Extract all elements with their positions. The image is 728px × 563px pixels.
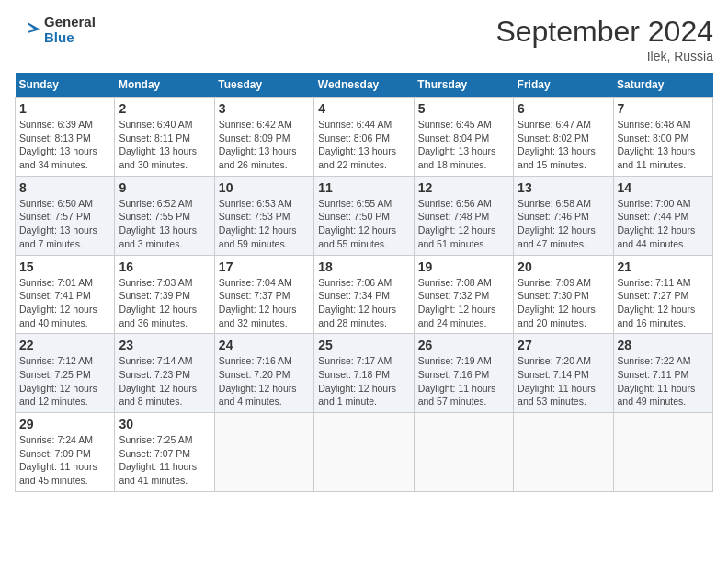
day-number: 20	[518, 259, 609, 274]
day-number: 10	[219, 180, 310, 195]
day-number: 13	[518, 180, 609, 195]
calendar-cell	[514, 413, 613, 492]
day-number: 1	[19, 101, 110, 116]
calendar-cell: 7Sunrise: 6:48 AMSunset: 8:00 PMDaylight…	[613, 98, 712, 177]
month-title: September 2024	[495, 15, 713, 49]
day-info: Sunrise: 6:50 AMSunset: 7:57 PMDaylight:…	[19, 197, 110, 251]
calendar-cell: 3Sunrise: 6:42 AMSunset: 8:09 PMDaylight…	[214, 98, 313, 177]
calendar-cell: 16Sunrise: 7:03 AMSunset: 7:39 PMDayligh…	[115, 255, 214, 334]
day-info: Sunrise: 7:25 AMSunset: 7:07 PMDaylight:…	[119, 433, 210, 488]
calendar-cell	[414, 413, 513, 492]
calendar-cell: 17Sunrise: 7:04 AMSunset: 7:37 PMDayligh…	[214, 255, 313, 334]
day-info: Sunrise: 6:47 AMSunset: 8:02 PMDaylight:…	[518, 118, 609, 172]
day-info: Sunrise: 7:01 AMSunset: 7:41 PMDaylight:…	[19, 276, 110, 330]
day-info: Sunrise: 7:14 AMSunset: 7:23 PMDaylight:…	[119, 354, 210, 408]
day-number: 8	[19, 180, 110, 195]
calendar-cell: 28Sunrise: 7:22 AMSunset: 7:11 PMDayligh…	[613, 334, 712, 413]
calendar-cell: 23Sunrise: 7:14 AMSunset: 7:23 PMDayligh…	[115, 334, 214, 413]
day-info: Sunrise: 7:17 AMSunset: 7:18 PMDaylight:…	[318, 354, 409, 408]
calendar-table: SundayMondayTuesdayWednesdayThursdayFrid…	[15, 73, 713, 492]
day-info: Sunrise: 7:22 AMSunset: 7:11 PMDaylight:…	[618, 354, 709, 408]
weekday-header-tuesday: Tuesday	[214, 73, 313, 98]
calendar-cell: 20Sunrise: 7:09 AMSunset: 7:30 PMDayligh…	[514, 255, 613, 334]
calendar-cell	[314, 413, 414, 492]
calendar-cell: 11Sunrise: 6:55 AMSunset: 7:50 PMDayligh…	[314, 176, 414, 255]
calendar-cell: 15Sunrise: 7:01 AMSunset: 7:41 PMDayligh…	[16, 255, 115, 334]
day-number: 11	[318, 180, 409, 195]
calendar-week-row: 15Sunrise: 7:01 AMSunset: 7:41 PMDayligh…	[16, 255, 713, 334]
calendar-cell	[214, 413, 313, 492]
day-info: Sunrise: 7:00 AMSunset: 7:44 PMDaylight:…	[618, 197, 709, 251]
calendar-cell: 30Sunrise: 7:25 AMSunset: 7:07 PMDayligh…	[115, 413, 214, 492]
day-info: Sunrise: 6:44 AMSunset: 8:06 PMDaylight:…	[318, 118, 409, 172]
calendar-cell: 21Sunrise: 7:11 AMSunset: 7:27 PMDayligh…	[613, 255, 712, 334]
calendar-cell: 14Sunrise: 7:00 AMSunset: 7:44 PMDayligh…	[613, 176, 712, 255]
day-number: 14	[618, 180, 709, 195]
day-info: Sunrise: 7:12 AMSunset: 7:25 PMDaylight:…	[19, 354, 110, 408]
day-number: 24	[219, 338, 310, 352]
calendar-week-row: 29Sunrise: 7:24 AMSunset: 7:09 PMDayligh…	[16, 413, 713, 492]
weekday-header-sunday: Sunday	[16, 73, 115, 98]
day-number: 3	[219, 101, 310, 116]
weekday-header-thursday: Thursday	[414, 73, 513, 98]
calendar-cell: 22Sunrise: 7:12 AMSunset: 7:25 PMDayligh…	[16, 334, 115, 413]
weekday-header-monday: Monday	[115, 73, 214, 98]
day-number: 18	[318, 259, 409, 274]
calendar-cell: 29Sunrise: 7:24 AMSunset: 7:09 PMDayligh…	[16, 413, 115, 492]
day-info: Sunrise: 6:48 AMSunset: 8:00 PMDaylight:…	[618, 118, 709, 172]
day-info: Sunrise: 7:06 AMSunset: 7:34 PMDaylight:…	[318, 276, 409, 330]
weekday-header-row: SundayMondayTuesdayWednesdayThursdayFrid…	[16, 73, 713, 98]
calendar-cell: 26Sunrise: 7:19 AMSunset: 7:16 PMDayligh…	[414, 334, 513, 413]
day-number: 12	[418, 180, 509, 195]
page-header: General Blue September 2024 Ilek, Russia	[15, 15, 713, 63]
day-number: 17	[219, 259, 310, 274]
day-info: Sunrise: 6:56 AMSunset: 7:48 PMDaylight:…	[418, 197, 509, 251]
day-info: Sunrise: 6:39 AMSunset: 8:13 PMDaylight:…	[19, 118, 110, 172]
calendar-week-row: 1Sunrise: 6:39 AMSunset: 8:13 PMDaylight…	[16, 98, 713, 177]
weekday-header-friday: Friday	[514, 73, 613, 98]
calendar-cell	[613, 413, 712, 492]
day-number: 30	[119, 417, 210, 431]
logo: General Blue	[15, 15, 96, 45]
calendar-cell: 25Sunrise: 7:17 AMSunset: 7:18 PMDayligh…	[314, 334, 414, 413]
day-number: 29	[19, 417, 110, 431]
weekday-header-saturday: Saturday	[613, 73, 712, 98]
calendar-cell: 12Sunrise: 6:56 AMSunset: 7:48 PMDayligh…	[414, 176, 513, 255]
calendar-week-row: 22Sunrise: 7:12 AMSunset: 7:25 PMDayligh…	[16, 334, 713, 413]
day-number: 6	[518, 101, 609, 116]
calendar-cell: 18Sunrise: 7:06 AMSunset: 7:34 PMDayligh…	[314, 255, 414, 334]
day-info: Sunrise: 7:04 AMSunset: 7:37 PMDaylight:…	[219, 276, 310, 330]
day-number: 19	[418, 259, 509, 274]
day-number: 26	[418, 338, 509, 352]
logo-text-blue: Blue	[44, 30, 96, 46]
day-info: Sunrise: 7:24 AMSunset: 7:09 PMDaylight:…	[19, 433, 110, 488]
calendar-cell: 1Sunrise: 6:39 AMSunset: 8:13 PMDaylight…	[16, 98, 115, 177]
calendar-cell: 6Sunrise: 6:47 AMSunset: 8:02 PMDaylight…	[514, 98, 613, 177]
day-info: Sunrise: 6:58 AMSunset: 7:46 PMDaylight:…	[518, 197, 609, 251]
calendar-cell: 5Sunrise: 6:45 AMSunset: 8:04 PMDaylight…	[414, 98, 513, 177]
calendar-cell: 4Sunrise: 6:44 AMSunset: 8:06 PMDaylight…	[314, 98, 414, 177]
calendar-week-row: 8Sunrise: 6:50 AMSunset: 7:57 PMDaylight…	[16, 176, 713, 255]
calendar-cell: 8Sunrise: 6:50 AMSunset: 7:57 PMDaylight…	[16, 176, 115, 255]
day-info: Sunrise: 7:08 AMSunset: 7:32 PMDaylight:…	[418, 276, 509, 330]
day-number: 16	[119, 259, 210, 274]
calendar-cell: 27Sunrise: 7:20 AMSunset: 7:14 PMDayligh…	[514, 334, 613, 413]
day-number: 22	[19, 338, 110, 352]
day-info: Sunrise: 7:20 AMSunset: 7:14 PMDaylight:…	[518, 354, 609, 408]
day-info: Sunrise: 6:53 AMSunset: 7:53 PMDaylight:…	[219, 197, 310, 251]
day-info: Sunrise: 7:03 AMSunset: 7:39 PMDaylight:…	[119, 276, 210, 330]
logo-text-general: General	[44, 15, 96, 30]
calendar-cell: 13Sunrise: 6:58 AMSunset: 7:46 PMDayligh…	[514, 176, 613, 255]
day-number: 2	[119, 101, 210, 116]
day-info: Sunrise: 6:55 AMSunset: 7:50 PMDaylight:…	[318, 197, 409, 251]
day-info: Sunrise: 7:11 AMSunset: 7:27 PMDaylight:…	[618, 276, 709, 330]
logo-bird-icon	[15, 17, 42, 44]
day-info: Sunrise: 7:16 AMSunset: 7:20 PMDaylight:…	[219, 354, 310, 408]
day-number: 25	[318, 338, 409, 352]
day-info: Sunrise: 6:52 AMSunset: 7:55 PMDaylight:…	[119, 197, 210, 251]
day-number: 5	[418, 101, 509, 116]
title-area: September 2024 Ilek, Russia	[495, 15, 713, 63]
calendar-cell: 19Sunrise: 7:08 AMSunset: 7:32 PMDayligh…	[414, 255, 513, 334]
calendar-cell: 10Sunrise: 6:53 AMSunset: 7:53 PMDayligh…	[214, 176, 313, 255]
day-info: Sunrise: 6:40 AMSunset: 8:11 PMDaylight:…	[119, 118, 210, 172]
